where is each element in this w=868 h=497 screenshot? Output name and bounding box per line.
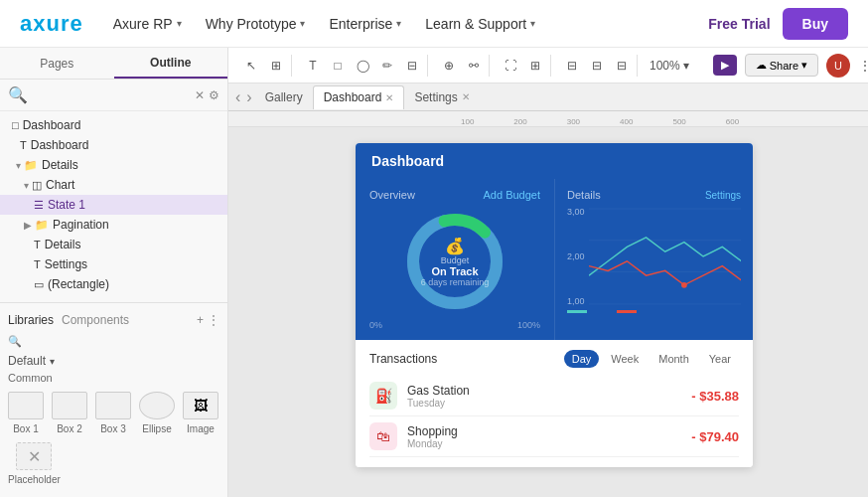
dashboard-top: Overview Add Budget 💰 xyxy=(356,179,753,340)
dashboard-mockup: Dashboard Overview Add Budget xyxy=(356,143,753,467)
tool-group-align: ⊟ ⊟ ⊟ xyxy=(557,55,638,77)
trans-tab-year[interactable]: Year xyxy=(701,350,739,368)
more-options-icon[interactable]: ⋮ xyxy=(858,58,868,74)
tree-item-rectangle[interactable]: ▭ (Rectangle) xyxy=(0,274,227,294)
library-components-tab[interactable]: Components xyxy=(62,313,129,327)
tree-item-chart[interactable]: ▾ ◫ Chart xyxy=(0,175,227,195)
donut-icon: 💰 xyxy=(421,237,490,255)
more-icon[interactable]: ⋮ xyxy=(208,313,219,327)
crop-tool[interactable]: ⚯ xyxy=(463,55,485,77)
tree-item-dashboard-text[interactable]: T Dashboard xyxy=(0,135,227,155)
nav-link-learn-support[interactable]: Learn & Support ▾ xyxy=(425,16,535,32)
free-trial-link[interactable]: Free Trial xyxy=(708,16,770,32)
nav-link-why-prototype[interactable]: Why Prototype ▾ xyxy=(206,16,306,32)
shape-tool[interactable]: □ xyxy=(327,55,349,77)
canvas-tab-settings[interactable]: Settings ✕ xyxy=(404,85,479,109)
sidebar-search-bar: 🔍 ✕ ⚙ xyxy=(0,80,227,111)
component-box2[interactable]: Box 2 xyxy=(52,392,87,434)
tree-item-details-text[interactable]: T Details xyxy=(0,235,227,254)
add-budget-button[interactable]: Add Budget xyxy=(484,189,541,201)
donut-label: Budget xyxy=(421,255,490,265)
play-button[interactable]: ▶ xyxy=(713,55,737,76)
shopping-icon: 🛍 xyxy=(369,422,397,450)
connector-tool[interactable]: ⊟ xyxy=(401,55,423,77)
transactions-tabs: Day Week Month Year xyxy=(564,350,739,368)
trans-tab-month[interactable]: Month xyxy=(651,350,697,368)
library-dropdown[interactable]: Default ▾ xyxy=(0,352,227,370)
expand-arrow-icon: ▾ xyxy=(24,180,29,191)
component-placeholder[interactable]: ✕ Placeholder xyxy=(8,442,61,485)
tab-pages[interactable]: Pages xyxy=(0,48,114,79)
close-tab-icon[interactable]: ✕ xyxy=(462,91,470,102)
buy-button[interactable]: Buy xyxy=(783,8,848,40)
component-grid: Box 1 Box 2 Box 3 Ellipse 🖼 Image xyxy=(0,386,227,491)
transaction-item-gas: ⛽ Gas Station Tuesday - $35.88 xyxy=(369,376,739,416)
library-header: Libraries Components + ⋮ xyxy=(0,309,227,331)
gas-icon: ⛽ xyxy=(369,382,397,410)
text-tool[interactable]: T xyxy=(302,55,324,77)
select-tool[interactable]: ↖ xyxy=(240,55,262,77)
donut-100-label: 100% xyxy=(517,320,540,330)
tree-item-dashboard-page[interactable]: □ Dashboard xyxy=(0,115,227,135)
donut-0-label: 0% xyxy=(369,320,382,330)
component-image[interactable]: 🖼 Image xyxy=(183,392,218,434)
ruler-marks: 100 200 300 400 500 600 xyxy=(228,111,868,126)
donut-days: 6 days remaining xyxy=(421,277,490,287)
add-icon[interactable]: + xyxy=(197,313,204,327)
filter-icon[interactable]: ⚙ xyxy=(209,88,219,102)
transactions-header: Transactions Day Week Month Year xyxy=(369,350,739,368)
close-tab-icon[interactable]: ✕ xyxy=(385,92,393,103)
chevron-down-icon: ▾ xyxy=(396,18,401,29)
dashboard-right: Details Settings 3,00 2,00 1,00 xyxy=(554,179,753,340)
shape-tool-2[interactable]: ◯ xyxy=(352,55,373,77)
tab-outline[interactable]: Outline xyxy=(114,48,228,79)
expand-arrow-icon: ▶ xyxy=(24,220,32,231)
avatar[interactable]: U xyxy=(826,54,850,78)
shopping-amount: - $79.40 xyxy=(691,429,739,444)
image-shape: 🖼 xyxy=(183,392,218,419)
component-ellipse[interactable]: Ellipse xyxy=(139,392,175,434)
dashboard-title: Dashboard xyxy=(356,143,753,179)
align-center-tool[interactable]: ⊟ xyxy=(586,55,608,77)
trans-tab-week[interactable]: Week xyxy=(603,350,647,368)
chevron-down-icon: ▾ xyxy=(300,18,305,29)
component-box1[interactable]: Box 1 xyxy=(8,392,44,434)
canvas-tab-gallery[interactable]: Gallery xyxy=(255,85,313,109)
align-left-tool[interactable]: ⊟ xyxy=(561,55,583,77)
folder-icon: 📁 xyxy=(24,159,38,172)
tool-group-select: ↖ ⊞ xyxy=(236,55,292,77)
share-button[interactable]: ☁ Share ▾ xyxy=(745,54,818,77)
format-tool[interactable]: ⊕ xyxy=(438,55,460,77)
canvas-tab-dashboard[interactable]: Dashboard ✕ xyxy=(313,85,405,109)
box-shape xyxy=(8,392,44,419)
fullscreen-tool[interactable]: ⛶ xyxy=(500,55,521,77)
canvas[interactable]: Dashboard Overview Add Budget xyxy=(228,127,868,497)
chevron-down-icon: ▾ xyxy=(177,18,182,29)
close-filter-icon[interactable]: ✕ xyxy=(195,88,205,102)
tab-nav-next[interactable]: › xyxy=(243,88,254,106)
tree-item-settings-text[interactable]: T Settings xyxy=(0,254,227,274)
chevron-down-icon: ▾ xyxy=(530,18,535,29)
tree-item-details-folder[interactable]: ▾ 📁 Details xyxy=(0,155,227,175)
tree-item-pagination[interactable]: ▶ 📁 Pagination xyxy=(0,215,227,235)
top-navigation: axure Axure RP ▾ Why Prototype ▾ Enterpr… xyxy=(0,0,868,48)
tab-nav-prev[interactable]: ‹ xyxy=(232,88,243,106)
component-box3[interactable]: Box 3 xyxy=(95,392,131,434)
pen-tool[interactable]: ✏ xyxy=(376,55,398,77)
nav-link-enterprise[interactable]: Enterprise ▾ xyxy=(329,16,401,32)
nav-link-axure-rp[interactable]: Axure RP ▾ xyxy=(113,16,182,32)
state-icon: ☰ xyxy=(34,199,44,212)
legend-red xyxy=(617,310,637,313)
select-tool-2[interactable]: ⊞ xyxy=(265,55,287,77)
settings-link[interactable]: Settings xyxy=(705,190,741,201)
donut-center: 💰 Budget On Track 6 days remaining xyxy=(421,237,490,287)
tree-item-state1[interactable]: ☰ State 1 xyxy=(0,195,227,215)
trans-tab-day[interactable]: Day xyxy=(564,350,600,368)
text-icon: T xyxy=(34,258,41,270)
play-icon: ▶ xyxy=(721,59,729,72)
zoom-control[interactable]: 100% ▾ xyxy=(644,59,695,73)
grid-tool[interactable]: ⊞ xyxy=(524,55,546,77)
align-right-tool[interactable]: ⊟ xyxy=(611,55,633,77)
transactions-section: Transactions Day Week Month Year ⛽ Gas S… xyxy=(356,340,753,467)
ellipse-shape xyxy=(139,392,175,419)
